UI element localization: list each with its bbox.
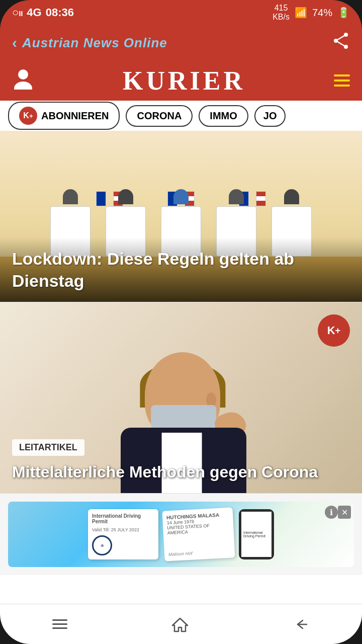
ad-info-button[interactable]: ℹ [325, 506, 338, 519]
data-speed: 415KB/s [273, 4, 290, 21]
bottom-nav [0, 604, 362, 644]
signal-icon: ○ᵢᵢ [12, 6, 23, 19]
hero-overlay: Lockdown: Diese Regeln gelten ab Diensta… [0, 237, 362, 302]
hamburger-icon [52, 619, 67, 629]
ad-documents: International Driving Permit Valid Till:… [78, 509, 284, 559]
tab-corona[interactable]: CORONA [126, 105, 193, 127]
tab-subscribe[interactable]: K+ ABONNIEREN [8, 102, 120, 130]
person-2 [118, 189, 133, 204]
bottom-back-button[interactable] [293, 616, 310, 632]
tab-jo-label: JO [263, 110, 277, 121]
ad-phone-content: International Driving Permit [241, 529, 272, 540]
hero-article[interactable]: Lockdown: Diese Regeln gelten ab Diensta… [0, 131, 362, 302]
site-logo: KURIER [123, 66, 245, 96]
ad-banner: ℹ ✕ International Driving Permit Valid T… [0, 493, 362, 575]
app-bar: ‹ Austrian News Online [0, 25, 362, 60]
status-left: ○ᵢᵢ 4G 08:36 [12, 6, 74, 19]
wifi-icon: 📶 [295, 7, 307, 19]
h-line-1 [52, 619, 67, 621]
status-bar: ○ᵢᵢ 4G 08:36 415KB/s 📶 74% 🔋 [0, 0, 362, 25]
h-line-2 [52, 623, 67, 625]
doc-title-1: International Driving Permit [92, 513, 154, 524]
content-area: Lockdown: Diese Regeln gelten ab Diensta… [0, 131, 362, 604]
article-tag: LEITARTIKEL [12, 439, 84, 456]
svg-line-3 [336, 35, 346, 41]
ad-phone-mockup: International Driving Permit [239, 509, 274, 559]
hero-title: Lockdown: Diese Regeln gelten ab Diensta… [12, 248, 350, 292]
kplus-article-badge: K+ [318, 314, 350, 347]
tab-immo[interactable]: IMMO [199, 105, 248, 127]
bottom-menu-button[interactable] [52, 619, 67, 629]
doc-valid: Valid Till: 25 JULY 2022 [92, 527, 154, 532]
svg-line-4 [336, 41, 346, 47]
ad-doc-1: International Driving Permit Valid Till:… [88, 509, 158, 559]
doc-person-info: HUTCHINGS MALASA 14 June 1978 UNITED STA… [166, 512, 230, 535]
ad-content[interactable]: ℹ ✕ International Driving Permit Valid T… [8, 502, 354, 567]
tab-jo[interactable]: JO [254, 105, 286, 127]
ad-phone-screen: International Driving Permit [241, 512, 272, 557]
ad-doc-2: HUTCHINGS MALASA 14 June 1978 UNITED STA… [162, 507, 235, 561]
second-overlay: LEITARTIKEL Mittelalterliche Methoden ge… [0, 429, 362, 493]
network-type: 4G [27, 6, 41, 19]
bottom-home-button[interactable] [171, 616, 189, 632]
battery-icon: 🔋 [337, 7, 350, 19]
person-3 [173, 189, 189, 204]
second-article-title: Mittelalterliche Methoden gegen Corona [12, 462, 350, 483]
tab-immo-label: IMMO [210, 110, 237, 122]
nav-tabs: K+ ABONNIEREN CORONA IMMO JO [0, 101, 362, 131]
svg-marker-7 [172, 618, 188, 631]
menu-button[interactable] [334, 74, 350, 87]
app-title: Austrian News Online [22, 35, 167, 51]
svg-point-6 [14, 82, 32, 90]
kplus-badge: K+ [19, 107, 37, 125]
person-5 [284, 189, 299, 204]
person-4 [229, 189, 244, 204]
user-icon[interactable] [12, 67, 34, 94]
second-article[interactable]: K+ LEITARTIKEL Mittelalterliche Methoden… [0, 302, 362, 493]
status-right: 415KB/s 📶 74% 🔋 [273, 4, 350, 21]
tab-corona-label: CORONA [137, 110, 182, 122]
back-button[interactable]: ‹ [12, 34, 17, 51]
person-1 [63, 189, 78, 204]
logo-bar: KURIER [0, 60, 362, 101]
svg-point-5 [18, 69, 28, 79]
tab-subscribe-label: ABONNIEREN [41, 110, 109, 122]
doc-signature: Malison Hof [168, 549, 231, 557]
share-button[interactable] [332, 32, 350, 54]
h-line-3 [52, 627, 67, 629]
time-display: 08:36 [46, 6, 74, 19]
battery-percent: 74% [312, 7, 332, 19]
doc-seal-1: ⊕ [92, 535, 112, 555]
ad-close-button[interactable]: ✕ [338, 506, 351, 519]
